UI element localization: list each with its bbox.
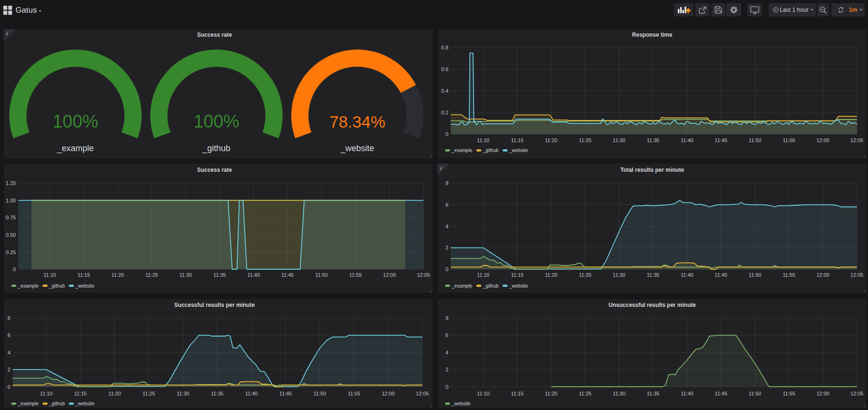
svg-text:11:30: 11:30 [613, 137, 626, 143]
svg-text:2: 2 [8, 367, 10, 372]
svg-text:0: 0 [445, 266, 448, 272]
svg-text:11:45: 11:45 [715, 391, 727, 396]
svg-text:11:45: 11:45 [715, 272, 727, 278]
svg-text:6: 6 [445, 332, 448, 338]
svg-text:11:10: 11:10 [43, 272, 56, 278]
svg-text:11:55: 11:55 [783, 272, 796, 278]
svg-text:11:35: 11:35 [211, 391, 224, 396]
svg-text:_example: _example [56, 144, 94, 153]
svg-text:_website: _website [451, 401, 471, 406]
svg-text:_github: _github [482, 148, 499, 153]
svg-text:11:25: 11:25 [579, 272, 592, 278]
svg-text:_website: _website [75, 283, 95, 289]
svg-text:1.25: 1.25 [6, 180, 16, 186]
svg-text:12:05: 12:05 [416, 391, 429, 396]
svg-text:11:55: 11:55 [348, 391, 361, 396]
svg-text:1.00: 1.00 [6, 198, 16, 203]
svg-text:11:20: 11:20 [545, 137, 558, 143]
svg-text:_website: _website [509, 148, 529, 153]
svg-text:i: i [7, 31, 8, 36]
svg-text:0: 0 [8, 384, 10, 390]
svg-text:0.8: 0.8 [441, 45, 448, 50]
svg-text:11:35: 11:35 [213, 272, 226, 278]
svg-text:_example: _example [17, 401, 39, 406]
svg-text:11:10: 11:10 [40, 391, 53, 396]
svg-text:12:00: 12:00 [816, 272, 829, 278]
svg-text:11:20: 11:20 [545, 272, 558, 278]
svg-text:11:10: 11:10 [477, 272, 490, 278]
svg-text:11:25: 11:25 [579, 137, 592, 143]
svg-text:11:30: 11:30 [177, 391, 189, 396]
svg-text:11:40: 11:40 [681, 137, 693, 143]
svg-text:11:15: 11:15 [511, 272, 523, 278]
svg-text:12:00: 12:00 [383, 272, 396, 278]
svg-text:11:15: 11:15 [74, 391, 87, 396]
svg-text:11:25: 11:25 [579, 391, 592, 396]
svg-text:8: 8 [445, 180, 448, 186]
svg-text:100%: 100% [193, 112, 239, 131]
svg-text:12:05: 12:05 [851, 391, 864, 396]
svg-text:0.4: 0.4 [441, 88, 448, 94]
svg-text:11:15: 11:15 [511, 391, 523, 396]
svg-text:11:25: 11:25 [143, 391, 155, 396]
svg-text:11:30: 11:30 [613, 391, 626, 396]
svg-text:_github: _github [482, 283, 499, 289]
svg-text:11:50: 11:50 [315, 272, 328, 278]
svg-text:11:40: 11:40 [247, 272, 260, 278]
svg-text:4: 4 [445, 224, 448, 229]
svg-text:0: 0 [13, 266, 16, 272]
svg-text:11:20: 11:20 [112, 272, 124, 278]
svg-text:8: 8 [8, 315, 10, 321]
svg-text:_example: _example [451, 148, 473, 153]
svg-text:11:45: 11:45 [715, 137, 727, 143]
svg-text:11:15: 11:15 [78, 272, 90, 278]
svg-text:_website: _website [75, 401, 95, 406]
svg-text:_website: _website [509, 283, 529, 289]
svg-text:2: 2 [445, 367, 448, 372]
svg-text:78.34%: 78.34% [330, 113, 386, 131]
svg-text:12:00: 12:00 [816, 137, 829, 143]
svg-text:11:45: 11:45 [281, 272, 294, 278]
svg-text:11:25: 11:25 [145, 272, 158, 278]
svg-text:11:40: 11:40 [245, 391, 258, 396]
svg-text:_github: _github [48, 401, 65, 406]
svg-text:11:10: 11:10 [477, 137, 490, 143]
svg-text:0.25: 0.25 [6, 249, 16, 255]
svg-text:11:20: 11:20 [108, 391, 121, 396]
svg-text:12:05: 12:05 [851, 137, 864, 143]
svg-text:i: i [440, 166, 442, 171]
svg-text:11:50: 11:50 [749, 391, 762, 396]
svg-text:11:50: 11:50 [313, 391, 326, 396]
svg-text:Total results per minute: Total results per minute [620, 167, 684, 173]
svg-text:12:05: 12:05 [417, 272, 430, 278]
svg-text:2: 2 [445, 245, 448, 250]
svg-text:8: 8 [445, 315, 448, 321]
svg-text:11:40: 11:40 [681, 272, 693, 278]
svg-text:Response time: Response time [632, 32, 673, 38]
svg-text:0.75: 0.75 [6, 215, 16, 220]
svg-text:0.6: 0.6 [441, 66, 448, 72]
svg-text:Success rate: Success rate [197, 167, 232, 173]
svg-text:_example: _example [17, 283, 39, 289]
svg-text:_github: _github [48, 283, 65, 289]
svg-text:12:00: 12:00 [816, 391, 829, 396]
svg-text:11:15: 11:15 [511, 137, 523, 143]
svg-text:Success rate: Success rate [197, 32, 232, 38]
svg-text:0.2: 0.2 [441, 110, 448, 115]
svg-text:0: 0 [445, 131, 448, 137]
svg-text:4: 4 [8, 350, 10, 355]
svg-text:6: 6 [445, 202, 448, 208]
svg-text:11:55: 11:55 [349, 272, 362, 278]
svg-text:Unsuccessful results per minut: Unsuccessful results per minute [609, 302, 696, 308]
svg-text:11:35: 11:35 [647, 137, 659, 143]
svg-text:_github: _github [202, 144, 230, 153]
svg-text:11:35: 11:35 [647, 391, 659, 396]
svg-text:Successful results per minute: Successful results per minute [174, 302, 255, 308]
svg-text:6: 6 [8, 332, 10, 338]
svg-text:11:35: 11:35 [647, 272, 659, 278]
svg-text:11:30: 11:30 [613, 272, 626, 278]
svg-text:11:10: 11:10 [477, 391, 490, 396]
svg-text:11:50: 11:50 [749, 137, 762, 143]
svg-text:12:00: 12:00 [382, 391, 395, 396]
svg-text:12:05: 12:05 [851, 272, 864, 278]
